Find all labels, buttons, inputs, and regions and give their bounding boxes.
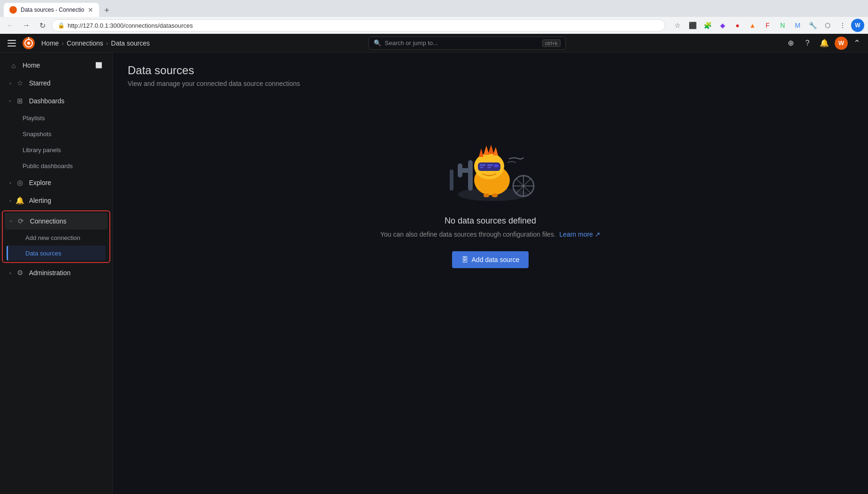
sidebar-sub-library-panels[interactable]: Library panels <box>4 142 108 157</box>
sidebar-item-alerting[interactable]: › 🔔 Alerting <box>4 192 108 209</box>
learn-more-link[interactable]: Learn more ↗ <box>560 231 600 238</box>
layout-icon: ⬜ <box>94 61 103 69</box>
new-tab-button[interactable]: + <box>100 4 113 17</box>
empty-state-illustration <box>437 125 545 205</box>
dashboards-icon: ⊞ <box>16 97 24 105</box>
reload-button[interactable]: ↻ <box>36 19 49 32</box>
empty-state-desc: You can also define data sources through… <box>380 231 600 238</box>
snapshots-label: Snapshots <box>23 131 51 138</box>
profile-avatar[interactable]: W <box>851 19 864 32</box>
sidebar: ⌂ Home ⬜ › ☆ Starred › ⊞ Dashboards Play… <box>0 53 113 494</box>
breadcrumb-sep-2: › <box>106 39 108 47</box>
ext7-icon[interactable]: N <box>776 19 789 32</box>
breadcrumb-sep-1: › <box>61 39 64 47</box>
forward-button[interactable]: → <box>20 19 33 32</box>
star-icon: ☆ <box>16 79 24 87</box>
database-icon: 🗄 <box>461 256 468 263</box>
alerting-arrow-icon: › <box>9 198 11 203</box>
empty-state-title: No data sources defined <box>445 216 536 226</box>
bookmark-icon[interactable]: ☆ <box>671 19 684 32</box>
topbar: Home › Connections › Data sources 🔍 Sear… <box>0 34 868 53</box>
connections-section: › ⟳ Connections Add new connection Data … <box>2 210 110 263</box>
bell-icon: 🔔 <box>820 39 829 47</box>
topbar-center: 🔍 Search or jump to... ctrl+k <box>155 37 778 50</box>
sidebar-sub-snapshots[interactable]: Snapshots <box>4 126 108 141</box>
url-text: http://127.0.0.1:3000/connections/dataso… <box>68 22 193 29</box>
ext10-icon[interactable]: ⬡ <box>821 19 834 32</box>
browser-chrome: Data sources - Connectio ✕ + ← → ↻ 🔒 htt… <box>0 0 868 34</box>
sidebar-sub-public-dashboards[interactable]: Public dashboards <box>4 158 108 173</box>
main-area: ⌂ Home ⬜ › ☆ Starred › ⊞ Dashboards Play… <box>0 53 868 494</box>
empty-state: No data sources defined You can also def… <box>128 106 853 287</box>
add-btn-label: Add data source <box>472 256 520 263</box>
active-tab[interactable]: Data sources - Connectio ✕ <box>4 3 99 17</box>
sidebar-item-starred[interactable]: › ☆ Starred <box>4 75 108 92</box>
explore-arrow-icon: › <box>9 180 11 185</box>
back-button[interactable]: ← <box>4 19 17 32</box>
svg-rect-14 <box>468 160 473 191</box>
page-subtitle: View and manage your connected data sour… <box>128 80 853 87</box>
learn-more-label: Learn more <box>560 231 593 238</box>
search-icon: 🔍 <box>374 39 381 46</box>
ext9-icon[interactable]: 🔧 <box>806 19 819 32</box>
ext5-icon[interactable]: ▲ <box>746 19 759 32</box>
home-icon: ⌂ <box>9 61 18 69</box>
sidebar-sub-add-connection[interactable]: Add new connection <box>7 230 106 245</box>
svg-rect-30 <box>484 193 489 197</box>
library-panels-label: Library panels <box>23 147 61 154</box>
sidebar-dashboards-label: Dashboards <box>29 97 103 105</box>
topbar-right: ⊕ ? 🔔 W ⌃ <box>784 37 860 50</box>
sidebar-explore-label: Explore <box>29 179 103 186</box>
grafana-logo <box>22 36 36 50</box>
svg-marker-23 <box>493 147 498 155</box>
ext1-icon[interactable]: ⬛ <box>686 19 699 32</box>
user-avatar[interactable]: W <box>835 37 848 50</box>
breadcrumb-home[interactable]: Home <box>41 39 59 47</box>
ext3-icon[interactable]: ◆ <box>716 19 729 32</box>
sidebar-starred-label: Starred <box>29 79 103 87</box>
sidebar-sub-playlists[interactable]: Playlists <box>4 110 108 125</box>
help-icon: ? <box>806 39 810 47</box>
ext6-icon[interactable]: F <box>761 19 774 32</box>
sidebar-item-connections[interactable]: › ⟳ Connections <box>5 213 108 230</box>
starred-arrow-icon: › <box>9 80 11 86</box>
svg-rect-31 <box>492 193 498 197</box>
svg-rect-25 <box>480 164 485 166</box>
svg-rect-27 <box>487 164 493 166</box>
add-data-source-button[interactable]: 🗄 Add data source <box>452 251 529 268</box>
svg-point-6 <box>27 42 30 45</box>
ext4-icon[interactable]: ● <box>731 19 744 32</box>
explore-icon: ◎ <box>16 178 24 187</box>
address-bar[interactable]: 🔒 http://127.0.0.1:3000/connections/data… <box>52 19 665 31</box>
app-container: Home › Connections › Data sources 🔍 Sear… <box>0 34 868 494</box>
sidebar-item-home[interactable]: ⌂ Home ⬜ <box>4 57 108 74</box>
tab-favicon <box>9 6 17 14</box>
add-new-button[interactable]: ⊕ <box>784 37 797 50</box>
plus-icon: ⊕ <box>788 39 794 47</box>
ext2-icon[interactable]: 🧩 <box>701 19 714 32</box>
connections-icon: ⟳ <box>17 217 25 225</box>
menu-toggle-button[interactable] <box>8 40 16 46</box>
sidebar-administration-label: Administration <box>29 269 103 277</box>
svg-rect-26 <box>480 167 484 168</box>
extensions-menu[interactable]: ⋮ <box>836 19 849 32</box>
dashboards-arrow-icon: › <box>8 100 13 102</box>
breadcrumb-datasources: Data sources <box>111 39 150 47</box>
administration-icon: ⚙ <box>16 269 24 277</box>
sidebar-item-administration[interactable]: › ⚙ Administration <box>4 264 108 281</box>
sidebar-item-explore[interactable]: › ◎ Explore <box>4 174 108 191</box>
collapse-sidebar-btn[interactable]: ⌃ <box>853 38 860 48</box>
search-bar[interactable]: 🔍 Search or jump to... ctrl+k <box>369 37 566 50</box>
ext8-icon[interactable]: M <box>791 19 804 32</box>
tab-close-btn[interactable]: ✕ <box>88 6 93 14</box>
notifications-button[interactable]: 🔔 <box>818 37 831 50</box>
browser-toolbar: ← → ↻ 🔒 http://127.0.0.1:3000/connection… <box>0 17 868 34</box>
breadcrumb-connections[interactable]: Connections <box>67 39 103 47</box>
data-sources-label: Data sources <box>25 250 61 257</box>
help-button[interactable]: ? <box>801 37 814 50</box>
sidebar-sub-data-sources[interactable]: Data sources <box>7 246 106 261</box>
search-placeholder: Search or jump to... <box>385 39 538 46</box>
sidebar-item-dashboards[interactable]: › ⊞ Dashboards <box>4 93 108 109</box>
svg-marker-21 <box>484 146 489 155</box>
svg-marker-20 <box>479 148 484 157</box>
